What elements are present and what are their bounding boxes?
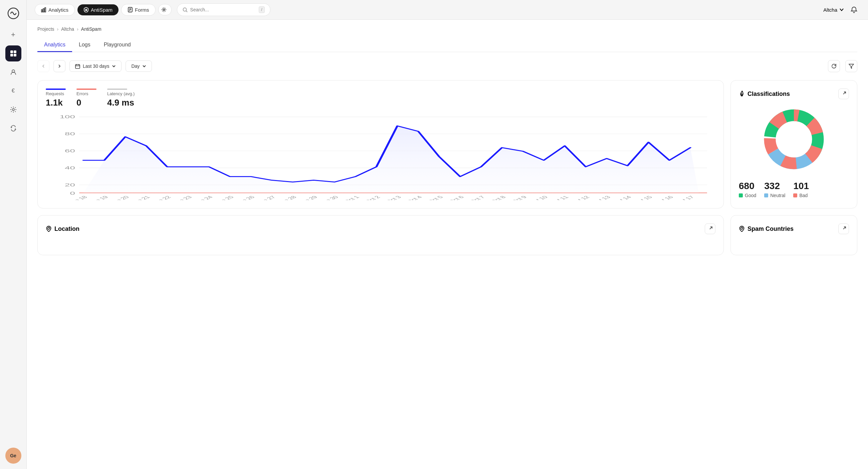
- neutral-label: Neutral: [764, 193, 785, 198]
- svg-text:Oct 12: Oct 12: [569, 195, 591, 200]
- svg-text:Sep 26: Sep 26: [234, 195, 256, 200]
- svg-text:20: 20: [65, 183, 75, 187]
- svg-rect-8: [43, 9, 44, 12]
- nav-tab-analytics-label: Analytics: [49, 7, 68, 13]
- breadcrumb-projects[interactable]: Projects: [37, 26, 54, 32]
- chevron-down-icon: [839, 7, 844, 12]
- svg-rect-2: [14, 51, 17, 53]
- sidebar-item-billing[interactable]: €: [5, 83, 21, 99]
- user-name: Altcha: [823, 7, 837, 13]
- spam-countries-title-text: Spam Countries: [747, 226, 794, 233]
- location-header: Location: [46, 224, 715, 234]
- svg-text:Sep 27: Sep 27: [254, 195, 277, 200]
- sidebar-item-users[interactable]: [5, 64, 21, 80]
- date-range-dropdown[interactable]: Last 30 days: [69, 60, 122, 72]
- notifications-button[interactable]: [848, 4, 860, 16]
- sidebar: + € Ge: [0, 0, 27, 469]
- donut-chart-container: [739, 106, 849, 173]
- svg-point-70: [48, 228, 50, 230]
- line-chart: 100 80 60 40 20 0: [46, 113, 715, 200]
- svg-text:40: 40: [65, 166, 75, 170]
- tab-playground[interactable]: Playground: [97, 38, 137, 52]
- nav-tab-antispam-label: AntiSpam: [91, 7, 113, 13]
- tab-analytics[interactable]: Analytics: [37, 38, 72, 52]
- chevron-left-icon: [41, 64, 45, 68]
- svg-text:Oct 1: Oct 1: [342, 195, 361, 200]
- svg-text:Sep 19: Sep 19: [87, 195, 110, 200]
- svg-text:Sep 29: Sep 29: [296, 195, 319, 200]
- nav-tab-settings[interactable]: [158, 4, 172, 16]
- svg-rect-1: [10, 51, 13, 53]
- svg-rect-7: [41, 10, 42, 12]
- latency-value: 4.9 ms: [107, 97, 134, 108]
- spam-countries-card: Spam Countries: [731, 215, 857, 255]
- svg-text:Oct 17: Oct 17: [674, 195, 696, 200]
- svg-text:Oct 7: Oct 7: [468, 195, 487, 200]
- svg-line-17: [186, 11, 187, 12]
- requests-value: 1.1k: [46, 97, 66, 108]
- classifications-expand-button[interactable]: [838, 89, 849, 99]
- granularity-chevron-icon: [142, 64, 146, 68]
- breadcrumb: Projects › Altcha › AntiSpam: [37, 26, 857, 32]
- svg-text:Oct 13: Oct 13: [590, 195, 612, 200]
- date-range-label: Last 30 days: [83, 63, 109, 69]
- nav-tab-forms[interactable]: Forms: [121, 4, 156, 16]
- location-expand-button[interactable]: [705, 224, 715, 234]
- svg-text:Oct 3: Oct 3: [384, 195, 403, 200]
- location-title: Location: [46, 226, 80, 233]
- search-shortcut: /: [259, 6, 265, 13]
- search-box: /: [177, 3, 271, 16]
- breadcrumb-altcha[interactable]: Altcha: [61, 26, 74, 32]
- dashboard-grid: Requests 1.1k Errors 0 Latency (avg.) 4.…: [37, 80, 857, 208]
- sidebar-item-add[interactable]: +: [5, 27, 21, 43]
- svg-marker-22: [849, 64, 854, 68]
- legend-requests: Requests 1.1k: [46, 89, 66, 108]
- svg-rect-4: [14, 54, 17, 56]
- search-input[interactable]: [190, 7, 256, 12]
- user-menu-button[interactable]: Altcha: [823, 7, 844, 13]
- good-label: Good: [739, 193, 756, 198]
- next-button[interactable]: [54, 60, 65, 72]
- svg-text:Oct 8: Oct 8: [488, 195, 507, 200]
- svg-point-16: [183, 8, 186, 11]
- svg-rect-9: [45, 8, 46, 12]
- page-tabs: Analytics Logs Playground: [37, 38, 857, 52]
- top-navigation: Analytics AntiSpam Forms: [27, 0, 868, 20]
- requests-chart-card: Requests 1.1k Errors 0 Latency (avg.) 4.…: [37, 80, 724, 208]
- requests-line-indicator: [46, 89, 66, 90]
- bell-icon: [850, 6, 857, 13]
- granularity-dropdown[interactable]: Day: [126, 60, 152, 72]
- user-avatar[interactable]: Ge: [5, 448, 21, 464]
- classifications-title: Classifications: [739, 90, 790, 97]
- calendar-icon: [75, 64, 80, 69]
- spam-countries-expand-button[interactable]: [838, 224, 849, 234]
- svg-text:Sep 21: Sep 21: [128, 195, 152, 200]
- good-dot: [739, 194, 743, 198]
- nav-tab-analytics[interactable]: Analytics: [35, 4, 75, 16]
- nav-tab-antispam[interactable]: AntiSpam: [78, 4, 119, 16]
- svg-text:Oct 15: Oct 15: [632, 195, 654, 200]
- sidebar-item-sync[interactable]: [5, 120, 21, 136]
- prev-button[interactable]: [37, 60, 50, 72]
- svg-rect-18: [75, 64, 80, 68]
- donut-chart: [761, 106, 827, 173]
- filter-button[interactable]: [845, 60, 857, 72]
- topnav-right: Altcha: [823, 4, 860, 16]
- search-icon: [183, 7, 188, 12]
- sidebar-item-settings[interactable]: [5, 101, 21, 118]
- spam-location-icon: [739, 226, 745, 232]
- svg-text:Oct 6: Oct 6: [447, 195, 465, 200]
- svg-text:Oct 10: Oct 10: [527, 195, 549, 200]
- refresh-button[interactable]: [828, 60, 840, 72]
- nav-tab-forms-label: Forms: [135, 7, 149, 13]
- svg-text:Oct 2: Oct 2: [363, 195, 381, 200]
- expand-icon: [841, 91, 846, 96]
- svg-line-73: [843, 227, 846, 229]
- sidebar-item-apps[interactable]: [5, 46, 21, 61]
- svg-text:Sep 28: Sep 28: [275, 195, 298, 200]
- svg-text:80: 80: [65, 131, 75, 136]
- tab-logs[interactable]: Logs: [72, 38, 97, 52]
- app-logo: [5, 5, 21, 21]
- location-expand-icon: [708, 227, 712, 231]
- svg-line-71: [710, 227, 712, 229]
